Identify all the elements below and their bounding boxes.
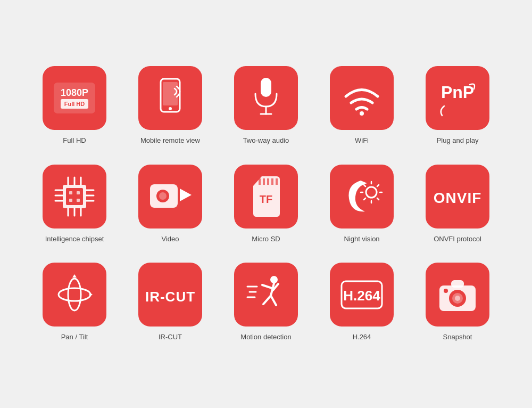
feature-label-intelligence-chipset: Intelligence chipset	[45, 235, 104, 244]
svg-rect-27	[77, 191, 80, 194]
svg-text:PnP: PnP	[440, 83, 473, 102]
svg-text:1080P: 1080P	[61, 87, 88, 98]
svg-text:Full HD: Full HD	[64, 101, 85, 107]
feature-label-onvif-protocol: ONVFI protocol	[434, 235, 481, 244]
icon-box-two-way-audio	[234, 66, 298, 130]
svg-line-46	[377, 198, 379, 200]
svg-point-10	[360, 111, 364, 116]
svg-rect-67	[451, 280, 464, 288]
feature-label-ir-cut: IR-CUT	[159, 333, 182, 342]
feature-item-two-way-audio: Two-way audio	[223, 66, 309, 145]
feature-label-plug-and-play: Plug and play	[437, 136, 479, 145]
feature-item-snapshot: Snapshot	[415, 263, 500, 342]
feature-item-intelligence-chipset: Intelligence chipset	[32, 165, 117, 244]
svg-line-47	[377, 185, 379, 186]
feature-item-ir-cut: IR-CUT IR-CUT	[128, 263, 213, 342]
svg-line-48	[364, 198, 365, 200]
svg-line-57	[262, 285, 272, 288]
icon-box-plug-and-play: PnP	[426, 66, 489, 130]
svg-marker-31	[180, 189, 192, 201]
svg-point-70	[455, 296, 460, 301]
svg-text:ONVIF: ONVIF	[434, 190, 482, 206]
feature-label-wifi: WiFi	[355, 136, 369, 145]
feature-item-mobile-remote-view: Mobile remote view	[128, 66, 213, 145]
icon-box-snapshot	[426, 263, 489, 327]
feature-item-night-vision: Night vision	[319, 165, 404, 244]
feature-item-wifi: WiFi	[319, 66, 404, 145]
feature-item-micro-sd: TF Micro SD	[223, 165, 309, 244]
svg-rect-29	[77, 199, 80, 202]
icon-box-night-vision	[330, 165, 394, 229]
feature-item-pan-tilt: Pan / Tilt	[32, 263, 117, 342]
feature-label-snapshot: Snapshot	[443, 333, 472, 342]
icon-box-wifi	[330, 66, 394, 130]
svg-point-55	[270, 276, 278, 283]
svg-text:IR-CUT: IR-CUT	[145, 289, 195, 305]
feature-label-two-way-audio: Two-way audio	[243, 136, 289, 145]
page: 1080P Full HD Full HD Mobile remote view…	[0, 0, 532, 408]
svg-text:TF: TF	[259, 193, 272, 205]
feature-label-motion-detection: Motion detection	[240, 333, 291, 342]
icon-box-full-hd: 1080P Full HD	[43, 66, 106, 130]
svg-rect-13	[66, 188, 83, 205]
feature-item-motion-detection: Motion detection	[223, 263, 309, 342]
feature-item-h264: H.264 H.264	[319, 263, 404, 342]
icon-box-video	[138, 165, 202, 229]
icon-box-mobile-remote-view	[138, 66, 202, 130]
feature-item-plug-and-play: PnP Plug and play	[415, 66, 500, 145]
svg-point-71	[444, 289, 448, 293]
feature-label-mobile-remote-view: Mobile remote view	[140, 136, 200, 145]
svg-rect-7	[261, 78, 271, 97]
svg-point-50	[59, 288, 90, 301]
svg-line-60	[271, 296, 276, 305]
features-grid: 1080P Full HD Full HD Mobile remote view…	[32, 66, 500, 342]
icon-box-ir-cut: IR-CUT	[138, 263, 202, 327]
feature-label-pan-tilt: Pan / Tilt	[61, 333, 88, 342]
svg-point-51	[68, 279, 81, 311]
feature-label-h264: H.264	[353, 333, 371, 342]
svg-rect-28	[69, 199, 72, 202]
feature-label-night-vision: Night vision	[344, 235, 379, 244]
icon-box-onvif-protocol: ONVIF	[426, 165, 489, 229]
feature-item-full-hd: 1080P Full HD Full HD	[32, 66, 117, 145]
svg-point-6	[169, 107, 172, 110]
icon-box-micro-sd: TF	[234, 165, 298, 229]
svg-marker-53	[72, 274, 77, 278]
feature-label-full-hd: Full HD	[63, 136, 86, 145]
feature-item-video: Video	[128, 165, 213, 244]
svg-text:H.264: H.264	[343, 288, 380, 304]
icon-box-pan-tilt	[43, 263, 106, 327]
feature-label-micro-sd: Micro SD	[252, 235, 280, 244]
icon-box-intelligence-chipset	[43, 165, 106, 229]
feature-label-video: Video	[161, 235, 179, 244]
svg-line-45	[364, 185, 365, 186]
svg-rect-26	[69, 191, 72, 194]
icon-box-motion-detection	[234, 263, 298, 327]
icon-box-h264: H.264	[330, 263, 394, 327]
feature-item-onvif-protocol: ONVIF ONVFI protocol	[415, 165, 500, 244]
svg-point-40	[366, 187, 377, 198]
svg-point-33	[159, 192, 167, 200]
svg-marker-52	[89, 292, 93, 297]
svg-line-59	[263, 296, 271, 304]
